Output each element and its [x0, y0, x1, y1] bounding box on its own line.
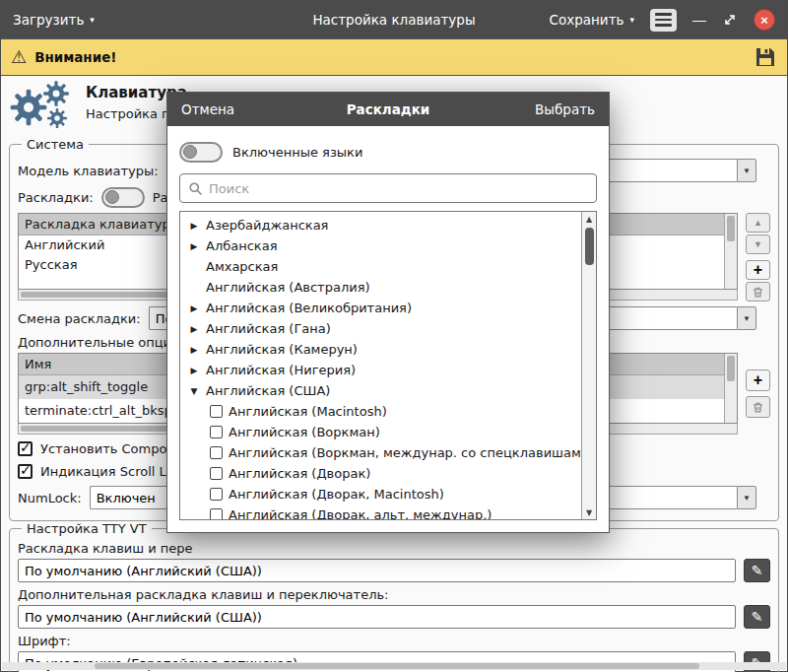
language-row[interactable]: Амхарская	[180, 256, 581, 277]
language-label: Английская (Воркман)	[229, 425, 380, 439]
compose-checkbox-label: Установить Compose	[40, 441, 181, 456]
maximize-button[interactable]	[722, 12, 738, 28]
language-label: Английская (Великобритания)	[206, 301, 412, 315]
language-row[interactable]: ▶ Английская (Камерун)	[180, 339, 581, 360]
floppy-save-icon	[754, 45, 777, 69]
tty-keymap-input[interactable]	[18, 559, 736, 582]
language-row[interactable]: ▶ Азербайджанская	[180, 215, 581, 235]
language-checkbox[interactable]	[210, 508, 223, 519]
layouts-table-vscrollbar[interactable]	[724, 214, 737, 289]
expander-collapsed-icon[interactable]: ▶	[188, 221, 200, 231]
expander-collapsed-icon[interactable]: ▶	[188, 366, 200, 375]
tty-alt-keymap-edit-button[interactable]: ✎	[744, 605, 770, 629]
expander-expanded-icon[interactable]: ▼	[188, 386, 200, 396]
expander-collapsed-icon[interactable]: ▶	[188, 241, 200, 251]
compose-checkbox[interactable]	[18, 441, 33, 456]
keyboard-model-dropdown-button[interactable]: ▼	[737, 159, 756, 182]
search-icon	[188, 181, 203, 196]
language-row[interactable]: ▼ Английская (США)	[180, 380, 581, 401]
language-variant-row[interactable]: Английская (Дворак, альт. междунар.)	[180, 504, 581, 519]
language-checkbox[interactable]	[210, 426, 223, 438]
layouts-picker-dialog: Отмена Раскладки Выбрать Включенные язык…	[166, 92, 610, 533]
delete-option-button[interactable]	[746, 396, 770, 418]
expander-collapsed-icon[interactable]: ▶	[188, 345, 200, 355]
language-row[interactable]: ▶ Английская (Нигерия)	[180, 360, 581, 380]
add-option-button[interactable]: +	[746, 370, 770, 391]
hamburger-menu-button[interactable]	[650, 9, 677, 32]
hamburger-icon	[655, 13, 672, 16]
expander-collapsed-icon[interactable]: ▶	[188, 324, 200, 334]
language-list-scrollbar[interactable]: ▲ ▼	[581, 212, 596, 519]
language-row[interactable]: ▶ Английская (Великобритания)	[180, 298, 581, 318]
tty-alt-keymap-input[interactable]	[18, 605, 736, 629]
layout-switch-label: Смена раскладки:	[18, 311, 141, 326]
layouts-label: Раскладки:	[18, 190, 94, 205]
tty-alt-keymap-label: Дополнительная раскладка клавиш и перекл…	[18, 587, 770, 602]
tty-keymap-edit-button[interactable]: ✎	[744, 559, 770, 582]
layouts-dialog-body: Включенные языки ▶ Азербайджанская ▶ Алб…	[167, 126, 609, 532]
dropdown-arrow-icon: ▼	[743, 314, 751, 323]
gear-icon	[42, 80, 70, 107]
keyboard-settings-window: Загрузить ▾ Настройка клавиатуры Сохрани…	[0, 0, 788, 672]
layouts-toggle[interactable]	[101, 187, 145, 208]
language-label: Албанская	[206, 238, 277, 253]
scroll-up-icon[interactable]: ▲	[582, 212, 596, 226]
up-arrow-icon: ▲	[754, 218, 762, 228]
toggle-knob	[105, 190, 119, 204]
toggle-knob	[183, 145, 197, 159]
move-down-button[interactable]: ▼	[746, 235, 770, 254]
language-row[interactable]: ▶ Английская (Гана)	[180, 318, 581, 339]
language-label: Английская (Гана)	[206, 321, 331, 336]
titlebar-controls: Сохранить ▾ — ×	[550, 9, 775, 32]
scrollbar-thumb[interactable]	[95, 663, 699, 669]
pencil-icon: ✎	[752, 609, 763, 625]
close-button[interactable]: ×	[754, 9, 775, 31]
scroll-down-icon[interactable]: ▼	[582, 505, 596, 519]
cancel-button[interactable]: Отмена	[181, 101, 234, 117]
window-horizontal-scrollbar[interactable]	[2, 662, 786, 670]
select-button[interactable]: Выбрать	[535, 101, 595, 117]
language-row[interactable]: ▶ Албанская	[180, 235, 581, 256]
add-layout-button[interactable]: +	[746, 260, 770, 280]
language-label: Английская (США)	[206, 383, 330, 398]
language-variant-row[interactable]: Английская (Дворак)	[180, 463, 581, 484]
numlock-dropdown-button[interactable]: ▼	[737, 486, 756, 509]
language-label: Английская (Австралия)	[206, 280, 370, 295]
close-icon: ×	[760, 13, 768, 28]
language-variant-row[interactable]: Английская (Macintosh)	[180, 401, 581, 422]
load-menu-button[interactable]: Загрузить ▾	[13, 12, 95, 28]
language-label: Английская (Macintosh)	[229, 404, 387, 419]
language-label: Азербайджанская	[206, 218, 328, 233]
language-label: Английская (Воркман, междунар. со спецкл…	[229, 445, 581, 460]
language-checkbox[interactable]	[210, 467, 223, 480]
move-up-button[interactable]: ▲	[746, 213, 770, 233]
language-checkbox[interactable]	[210, 446, 223, 459]
language-variant-row[interactable]: Английская (Воркман, междунар. со спецкл…	[180, 442, 581, 463]
language-row[interactable]: Английская (Австралия)	[180, 277, 581, 298]
language-search-input[interactable]	[209, 181, 588, 196]
delete-layout-button[interactable]	[746, 282, 770, 302]
layouts-dialog-header: Отмена Раскладки Выбрать	[167, 93, 609, 126]
save-menu-button[interactable]: Сохранить ▾	[550, 12, 634, 28]
expand-icon	[722, 12, 738, 28]
minimize-button[interactable]: —	[692, 12, 706, 28]
save-file-button[interactable]	[754, 45, 777, 69]
scrollbar-thumb[interactable]	[727, 216, 735, 241]
language-checkbox[interactable]	[210, 405, 223, 418]
layout-switch-dropdown-button[interactable]: ▼	[737, 306, 756, 330]
warning-icon: ⚠	[11, 48, 27, 66]
warning-text: Внимание!	[34, 49, 116, 65]
language-variant-row[interactable]: Английская (Воркман)	[180, 422, 581, 442]
scrollbar-thumb[interactable]	[727, 356, 735, 381]
language-label: Английская (Камерун)	[206, 342, 358, 357]
scrollbar-thumb[interactable]	[585, 228, 594, 265]
options-table-vscrollbar[interactable]	[724, 354, 737, 423]
layouts-table-buttons: ▲ ▼ +	[746, 213, 770, 302]
expander-collapsed-icon[interactable]: ▶	[188, 303, 200, 313]
enabled-languages-toggle[interactable]	[179, 142, 223, 163]
scrolllock-checkbox[interactable]	[18, 464, 33, 479]
language-variant-row[interactable]: Английская (Дворак, Macintosh)	[180, 484, 581, 504]
tty-font-label: Шрифт:	[18, 634, 770, 648]
language-checkbox[interactable]	[210, 488, 223, 501]
keyboard-model-label: Модель клавиатуры:	[18, 164, 159, 178]
